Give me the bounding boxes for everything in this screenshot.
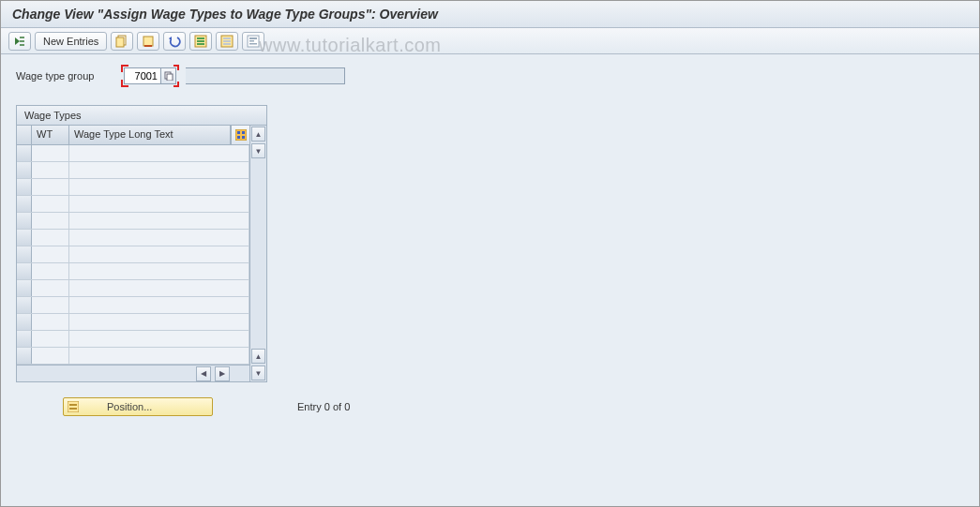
row-selector[interactable] <box>17 297 32 313</box>
table-row[interactable] <box>17 280 249 297</box>
cell-text[interactable] <box>69 213 249 229</box>
table-header-row: WT Wage Type Long Text <box>17 126 249 145</box>
select-all-header[interactable] <box>17 126 32 144</box>
svg-rect-8 <box>223 37 231 39</box>
table-row[interactable] <box>17 331 249 348</box>
svg-rect-14 <box>249 43 257 45</box>
cell-text[interactable] <box>69 145 249 161</box>
position-button[interactable]: Position... <box>63 397 213 416</box>
row-selector[interactable] <box>17 179 32 195</box>
svg-rect-21 <box>242 136 245 139</box>
table-row[interactable] <box>17 213 249 230</box>
cell-text[interactable] <box>69 246 249 262</box>
table-row[interactable] <box>17 145 249 162</box>
wage-type-group-input[interactable] <box>124 67 161 84</box>
cell-text[interactable] <box>69 348 249 364</box>
position-label: Position... <box>107 401 152 412</box>
cell-text[interactable] <box>69 331 249 347</box>
cell-wt[interactable] <box>32 348 69 364</box>
row-selector[interactable] <box>17 263 32 279</box>
svg-rect-5 <box>197 40 204 42</box>
select-all-button[interactable] <box>189 32 212 51</box>
cell-wt[interactable] <box>32 246 69 262</box>
scroll-down2-button[interactable]: ▲ <box>251 349 265 364</box>
row-selector[interactable] <box>17 246 32 262</box>
row-selector[interactable] <box>17 280 32 296</box>
toggle-button[interactable] <box>8 32 31 51</box>
row-selector[interactable] <box>17 348 32 364</box>
table-row[interactable] <box>17 162 249 179</box>
table-row[interactable] <box>17 348 249 365</box>
cell-wt[interactable] <box>32 162 69 178</box>
table-row[interactable] <box>17 314 249 331</box>
cell-wt[interactable] <box>32 196 69 212</box>
table-row[interactable] <box>17 246 249 263</box>
svg-rect-9 <box>223 40 231 42</box>
col-header-text[interactable]: Wage Type Long Text <box>69 126 231 144</box>
svg-rect-4 <box>197 37 204 39</box>
cell-text[interactable] <box>69 162 249 178</box>
cell-wt[interactable] <box>32 331 69 347</box>
wage-types-title: Wage Types <box>17 106 266 126</box>
table-row[interactable] <box>17 196 249 213</box>
scroll-down-button[interactable]: ▼ <box>251 365 265 380</box>
cell-text[interactable] <box>69 263 249 279</box>
row-selector[interactable] <box>17 230 32 246</box>
horizontal-scrollbar: ◀ ▶ <box>17 365 249 381</box>
print-button[interactable] <box>242 32 264 51</box>
new-entries-button[interactable]: New Entries <box>35 32 107 51</box>
deselect-all-button[interactable] <box>216 32 238 51</box>
svg-rect-6 <box>197 43 204 45</box>
wage-types-group: Wage Types WT Wage Type Long Text ◀ ▶ <box>16 105 267 382</box>
row-selector[interactable] <box>17 331 32 347</box>
svg-rect-10 <box>223 43 231 45</box>
wage-type-group-desc <box>186 67 345 84</box>
wage-type-group-row: Wage type group <box>16 67 964 84</box>
content-area: Wage type group Wage Types WT Wage Type … <box>1 54 979 429</box>
svg-rect-17 <box>235 129 247 141</box>
cell-wt[interactable] <box>32 297 69 313</box>
cell-text[interactable] <box>69 179 249 195</box>
cell-wt[interactable] <box>32 280 69 296</box>
row-selector[interactable] <box>17 196 32 212</box>
copy-button[interactable] <box>111 32 133 51</box>
col-header-wt[interactable]: WT <box>32 126 69 144</box>
cell-wt[interactable] <box>32 230 69 246</box>
svg-rect-2 <box>143 37 153 46</box>
scroll-up-button[interactable]: ▲ <box>251 127 265 142</box>
row-selector[interactable] <box>17 213 32 229</box>
cell-text[interactable] <box>69 280 249 296</box>
scroll-left-button[interactable]: ◀ <box>196 366 211 381</box>
svg-rect-19 <box>242 131 245 134</box>
cell-wt[interactable] <box>32 314 69 330</box>
row-selector[interactable] <box>17 314 32 330</box>
cell-text[interactable] <box>69 297 249 313</box>
table-row[interactable] <box>17 230 249 246</box>
cell-wt[interactable] <box>32 145 69 161</box>
undo-button[interactable] <box>163 32 186 51</box>
delete-button[interactable] <box>137 32 159 51</box>
cell-text[interactable] <box>69 196 249 212</box>
svg-rect-24 <box>69 408 77 410</box>
scroll-track[interactable] <box>250 159 266 348</box>
scroll-right-button[interactable]: ▶ <box>215 366 230 381</box>
table-row[interactable] <box>17 263 249 280</box>
entry-counter: Entry 0 of 0 <box>297 401 350 412</box>
page-title: Change View "Assign Wage Types to Wage T… <box>12 7 968 22</box>
svg-rect-23 <box>69 404 77 406</box>
row-selector[interactable] <box>17 162 32 178</box>
svg-rect-20 <box>237 136 240 139</box>
footer-row: Position... Entry 0 of 0 <box>16 397 964 416</box>
cell-text[interactable] <box>69 314 249 330</box>
cell-wt[interactable] <box>32 179 69 195</box>
table-settings-button[interactable] <box>231 126 249 144</box>
cell-wt[interactable] <box>32 213 69 229</box>
cell-wt[interactable] <box>32 263 69 279</box>
row-selector[interactable] <box>17 145 32 161</box>
table-row[interactable] <box>17 179 249 196</box>
wage-type-group-field-wrap <box>124 67 176 84</box>
svg-rect-18 <box>237 131 240 134</box>
scroll-up2-button[interactable]: ▼ <box>251 143 265 158</box>
cell-text[interactable] <box>69 230 249 246</box>
table-row[interactable] <box>17 297 249 314</box>
